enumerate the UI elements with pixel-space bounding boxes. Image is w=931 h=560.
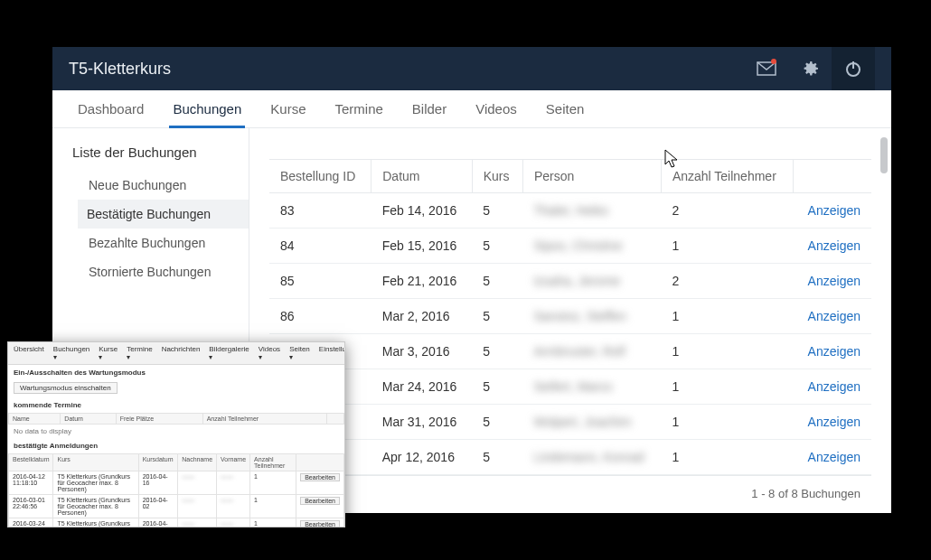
ov-cell-vorname: —— [217, 495, 250, 518]
view-link[interactable]: Anzeigen [794, 264, 871, 299]
ov-menu-einstellungen[interactable]: Einstellungen [317, 344, 345, 362]
view-link[interactable]: Anzeigen [794, 369, 871, 405]
tab-kurse[interactable]: Kurse [256, 90, 320, 127]
app-title: T5-Kletterkurs [69, 60, 745, 79]
table-row: Apr 12, 20165Lindemann, Konrad1Anzeigen [269, 440, 871, 475]
cell-person: Thaler, Heiko [522, 193, 661, 229]
ov-up-col-anzahl: Anzahl Teilnehmer [202, 414, 327, 425]
cell-kurs: 5 [472, 369, 522, 405]
sidebar-item-bezahlte[interactable]: Bezahlte Buchungen [78, 229, 249, 257]
tab-videos[interactable]: Videos [461, 90, 531, 127]
tab-bilder[interactable]: Bilder [398, 90, 461, 127]
overlay-edit-button[interactable]: Bearbeiten [300, 520, 340, 527]
cell-date: Mar 24, 2016 [371, 369, 472, 405]
ov-cf-col-anzahl: Anzahl Teilnehmer [250, 454, 296, 471]
inbox-icon[interactable] [745, 47, 788, 90]
ov-menu-videos[interactable]: Videos ▾ [257, 344, 282, 362]
overlay-row: 2016-03-2419:17:37T5 Kletterkurs (Grundk… [9, 518, 344, 528]
cell-person: Lindemann, Konrad [522, 440, 661, 475]
cell-date: Mar 3, 2016 [371, 334, 472, 369]
cell-date: Feb 15, 2016 [371, 229, 472, 264]
ov-up-col-name: Name [9, 414, 61, 425]
view-link[interactable]: Anzeigen [794, 229, 871, 264]
sidebar-item-neue[interactable]: Neue Buchungen [78, 171, 249, 200]
overlay-maint-button[interactable]: Wartungsmodus einschalten [14, 382, 118, 394]
cell-date: Feb 14, 2016 [371, 193, 472, 229]
ov-cf-col-kurs: Kurs [53, 454, 138, 471]
nav-tabs: Dashboard Buchungen Kurse Termine Bilder… [52, 90, 891, 128]
ov-cell-nachname: —— [178, 518, 217, 528]
gear-icon[interactable] [788, 47, 832, 90]
col-datum[interactable]: Datum [371, 160, 472, 193]
ov-menu-uebersicht[interactable]: Übersicht [12, 344, 46, 362]
overlay-confirmed-title: bestätigte Anmeldungen [8, 438, 344, 453]
ov-cell-bestelldatum: 2016-03-0122:46:56 [9, 495, 53, 518]
tab-termine[interactable]: Termine [320, 90, 397, 127]
tab-dashboard[interactable]: Dashboard [63, 90, 158, 127]
overlay-edit-button[interactable]: Bearbeiten [300, 473, 340, 481]
sidebar-item-bestaetigte[interactable]: Bestätigte Buchungen [78, 200, 249, 229]
ov-cf-col-actions [296, 454, 344, 471]
sidebar-title: Liste der Buchungen [72, 145, 249, 160]
ov-menu-termine[interactable]: Termine ▾ [125, 344, 154, 362]
col-person[interactable]: Person [522, 160, 661, 193]
ov-cf-col-nachname: Nachname [178, 454, 217, 471]
ov-cell-count: 1 [250, 471, 296, 495]
tab-buchungen[interactable]: Buchungen [158, 90, 256, 127]
cell-id: 83 [269, 193, 371, 229]
overlay-confirmed-table: Bestelldatum Kurs Kursdatum Nachname Vor… [8, 453, 344, 527]
overlay-row: 2016-04-1211:18:10T5 Kletterkurs (Grundk… [9, 471, 344, 495]
sidebar-item-stornierte[interactable]: Stornierte Buchungen [78, 257, 249, 286]
cell-id: 84 [269, 229, 371, 264]
cell-count: 2 [661, 193, 793, 229]
ov-cell-nachname: —— [178, 471, 217, 495]
scrollbar[interactable] [880, 137, 888, 173]
tab-seiten[interactable]: Seiten [531, 90, 599, 127]
cell-kurs: 5 [472, 334, 522, 369]
table-row: 85Feb 21, 20165Izsaha, Jerome2Anzeigen [269, 264, 871, 299]
ov-menu-buchungen[interactable]: Buchungen ▾ [52, 344, 91, 362]
col-actions [794, 160, 871, 193]
cell-person: Armbruster, Rolf [522, 334, 661, 369]
cell-kurs: 5 [472, 229, 522, 264]
ov-cell-bestelldatum: 2016-04-1211:18:10 [9, 471, 53, 495]
cell-person: Sanstoz, Steffen [522, 299, 661, 334]
cell-date: Mar 31, 2016 [371, 405, 472, 440]
cell-kurs: 5 [472, 193, 522, 229]
col-kurs[interactable]: Kurs [472, 160, 522, 193]
ov-menu-kurse[interactable]: Kurse ▾ [97, 344, 119, 362]
col-anzahl-teilnehmer[interactable]: Anzahl Teilnehmer [661, 160, 793, 193]
cell-count: 1 [661, 440, 793, 475]
ov-menu-seiten[interactable]: Seiten ▾ [287, 344, 312, 362]
overlay-menu: Übersicht Buchungen ▾ Kurse ▾ Termine ▾ … [8, 342, 344, 365]
cell-date: Apr 12, 2016 [371, 440, 472, 475]
col-bestellung-id[interactable]: Bestellung ID [269, 160, 371, 193]
table-body: 83Feb 14, 20165Thaler, Heiko2Anzeigen84F… [269, 193, 871, 475]
view-link[interactable]: Anzeigen [794, 440, 871, 475]
overlay-row: 2016-03-0122:46:56T5 Kletterkurs (Grundk… [9, 495, 344, 518]
overlay-upcoming-title: kommende Termine [8, 397, 344, 413]
power-icon[interactable] [832, 47, 875, 90]
cell-count: 1 [661, 405, 793, 440]
overlay-upcoming-empty: No data to display [8, 425, 344, 438]
view-link[interactable]: Anzeigen [794, 405, 871, 440]
view-link[interactable]: Anzeigen [794, 193, 871, 229]
cell-count: 1 [661, 229, 793, 264]
view-link[interactable]: Anzeigen [794, 334, 871, 369]
table-row: 84Feb 15, 20165Sipos, Christine1Anzeigen [269, 229, 871, 264]
overlay-edit-button[interactable]: Bearbeiten [300, 497, 340, 505]
view-link[interactable]: Anzeigen [794, 299, 871, 334]
cell-date: Feb 21, 2016 [371, 264, 472, 299]
ov-cell-kursdatum: 2016-04-16 [138, 471, 178, 495]
cell-date: Mar 2, 2016 [371, 299, 472, 334]
ov-menu-bildergalerie[interactable]: Bildergalerie ▾ [207, 344, 250, 362]
ov-cell-kursdatum: 2016-04-16 [138, 518, 178, 528]
overlay-upcoming-table: Name Datum Freie Plätze Anzahl Teilnehme… [8, 413, 344, 425]
table-row: 86Mar 2, 20165Sanstoz, Steffen1Anzeigen [269, 299, 871, 334]
ov-cell-action: Bearbeiten [296, 495, 344, 518]
ov-menu-nachrichten[interactable]: Nachrichten [160, 344, 202, 362]
ov-cell-action: Bearbeiten [296, 471, 344, 495]
app-header: T5-Kletterkurs [52, 47, 891, 90]
cell-count: 2 [661, 264, 793, 299]
ov-cell-nachname: —— [178, 495, 217, 518]
